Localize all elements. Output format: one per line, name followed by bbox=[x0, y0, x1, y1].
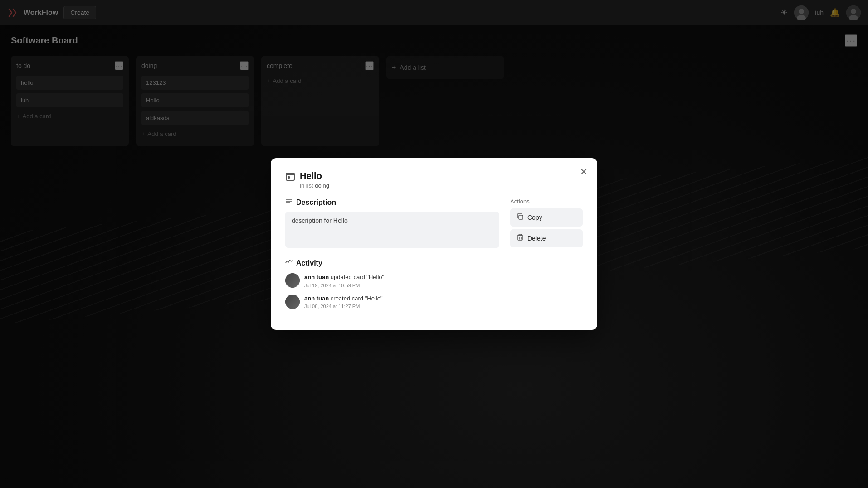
in-list-link[interactable]: doing bbox=[315, 182, 329, 189]
delete-button[interactable]: Delete bbox=[510, 229, 583, 247]
activity-avatar-1 bbox=[285, 273, 300, 288]
activity-time-2: Jul 08, 2024 at 11:27 PM bbox=[304, 304, 383, 309]
activity-action-1: updated card "Hello" bbox=[331, 274, 384, 280]
activity-username-1: anh tuan bbox=[304, 274, 329, 280]
copy-label: Copy bbox=[527, 214, 542, 221]
modal-close-button[interactable]: ✕ bbox=[577, 165, 590, 178]
description-icon bbox=[285, 198, 293, 207]
modal-main: Description description for Hello Activi… bbox=[285, 198, 499, 315]
svg-rect-9 bbox=[518, 236, 522, 240]
in-list-prefix: in list bbox=[300, 182, 313, 189]
card-header-icon bbox=[285, 172, 295, 184]
description-box[interactable]: description for Hello bbox=[285, 212, 499, 248]
delete-label: Delete bbox=[527, 235, 546, 242]
trash-icon bbox=[517, 234, 524, 243]
activity-avatar-2 bbox=[285, 295, 300, 309]
activity-title: Activity bbox=[296, 259, 322, 267]
modal-sidebar: Actions Copy bbox=[510, 198, 583, 315]
activity-icon bbox=[285, 259, 293, 268]
activity-content-2: anh tuan created card "Hello" Jul 08, 20… bbox=[304, 295, 383, 309]
description-text: description for Hello bbox=[292, 217, 348, 224]
activity-username-2: anh tuan bbox=[304, 295, 329, 302]
svg-rect-6 bbox=[286, 173, 294, 180]
svg-rect-8 bbox=[519, 215, 523, 219]
modal-body: Description description for Hello Activi… bbox=[285, 198, 583, 315]
activity-action-2: created card "Hello" bbox=[331, 295, 383, 302]
activity-item-1: anh tuan updated card "Hello" Jul 19, 20… bbox=[285, 273, 499, 288]
activity-time-1: Jul 19, 2024 at 10:59 PM bbox=[304, 283, 384, 288]
activity-header: Activity bbox=[285, 259, 499, 268]
activity-section: Activity anh tuan updated card "Hell bbox=[285, 259, 499, 309]
activity-content-1: anh tuan updated card "Hello" Jul 19, 20… bbox=[304, 273, 384, 288]
modal-header: Hello in list doing bbox=[285, 171, 583, 189]
modal-card-title: Hello bbox=[300, 171, 329, 181]
description-header: Description bbox=[285, 198, 499, 207]
activity-text-1: anh tuan updated card "Hello" bbox=[304, 273, 384, 281]
activity-list: anh tuan updated card "Hello" Jul 19, 20… bbox=[285, 273, 499, 309]
card-modal: ✕ Hello in list doing bbox=[271, 158, 597, 329]
modal-overlay[interactable]: ✕ Hello in list doing bbox=[0, 0, 868, 488]
svg-rect-7 bbox=[288, 176, 290, 179]
activity-text-2: anh tuan created card "Hello" bbox=[304, 295, 383, 303]
copy-button[interactable]: Copy bbox=[510, 208, 583, 227]
modal-header-text: Hello in list doing bbox=[300, 171, 329, 189]
in-list-text: in list doing bbox=[300, 182, 329, 189]
description-title: Description bbox=[296, 198, 336, 207]
actions-label: Actions bbox=[510, 198, 583, 205]
activity-item-2: anh tuan created card "Hello" Jul 08, 20… bbox=[285, 295, 499, 309]
copy-icon bbox=[517, 213, 524, 222]
